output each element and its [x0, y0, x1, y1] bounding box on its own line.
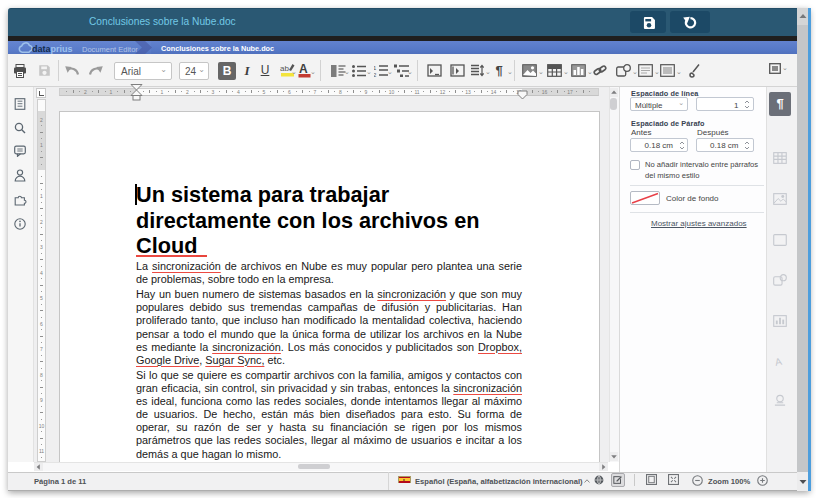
svg-text:2: 2 [374, 72, 377, 78]
svg-text:ab: ab [280, 64, 289, 73]
svg-text:A: A [774, 356, 783, 367]
svg-text:A: A [299, 62, 308, 76]
svg-text:1: 1 [374, 65, 377, 71]
